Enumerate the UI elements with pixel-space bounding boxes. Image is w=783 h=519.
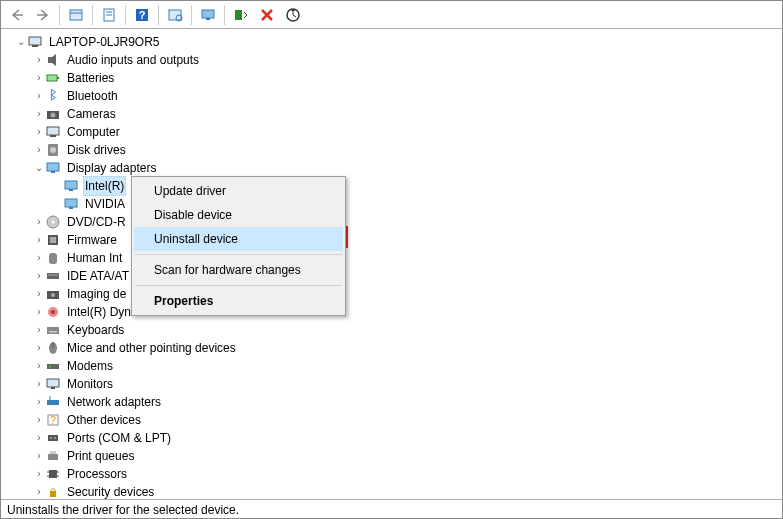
- tree-device-label: Intel(R): [83, 176, 126, 196]
- uninstall-button[interactable]: [255, 4, 279, 26]
- mouse-icon: [45, 340, 61, 356]
- enable-button[interactable]: [229, 4, 253, 26]
- toolbar-separator: [158, 5, 159, 25]
- chevron-right-icon[interactable]: ›: [33, 357, 45, 375]
- tree-category[interactable]: ›Cameras: [33, 105, 782, 123]
- tree-category[interactable]: ›Network adapters: [33, 393, 782, 411]
- properties-button[interactable]: [97, 4, 121, 26]
- tree-category[interactable]: ›Computer: [33, 123, 782, 141]
- toolbar-separator: [92, 5, 93, 25]
- chevron-right-icon[interactable]: ›: [33, 321, 45, 339]
- svg-rect-25: [51, 171, 55, 173]
- chevron-right-icon[interactable]: ›: [33, 303, 45, 321]
- menu-item[interactable]: Properties: [134, 289, 343, 313]
- chevron-right-icon[interactable]: ›: [33, 51, 45, 69]
- tree-category-label: IDE ATA/AT: [65, 267, 131, 285]
- svg-rect-33: [50, 237, 56, 243]
- chevron-right-icon[interactable]: ›: [33, 375, 45, 393]
- modem-icon: [45, 358, 61, 374]
- svg-rect-14: [32, 45, 38, 47]
- svg-rect-0: [70, 10, 82, 20]
- hid-icon: [45, 250, 61, 266]
- tree-category[interactable]: ›Monitors: [33, 375, 782, 393]
- tree-category[interactable]: ⌄Display adapters: [33, 159, 782, 177]
- menu-item[interactable]: Scan for hardware changes: [134, 258, 343, 282]
- monitor-icon: [200, 7, 216, 23]
- tree-category-label: Mice and other pointing devices: [65, 339, 238, 357]
- toolbar-separator: [125, 5, 126, 25]
- status-text: Uninstalls the driver for the selected d…: [7, 503, 239, 517]
- tree-category[interactable]: ›Security devices: [33, 483, 782, 499]
- tree-root[interactable]: ⌄ LAPTOP-0LJR9OR5: [15, 33, 782, 51]
- svg-rect-34: [49, 253, 57, 264]
- back-button[interactable]: [5, 4, 29, 26]
- svg-rect-48: [51, 387, 55, 389]
- display-icon: [63, 196, 79, 212]
- tree-category[interactable]: ›Modems: [33, 357, 782, 375]
- chevron-right-icon[interactable]: ›: [33, 285, 45, 303]
- chevron-right-icon[interactable]: ›: [33, 213, 45, 231]
- chevron-right-icon[interactable]: ›: [33, 105, 45, 123]
- svg-rect-42: [49, 331, 57, 333]
- network-icon: [45, 394, 61, 410]
- chevron-right-icon[interactable]: ›: [33, 393, 45, 411]
- tree-category[interactable]: ›Keyboards: [33, 321, 782, 339]
- tree-category-label: Ports (COM & LPT): [65, 429, 173, 447]
- menu-item[interactable]: Uninstall device: [134, 227, 343, 251]
- svg-rect-24: [47, 163, 59, 171]
- tree-category[interactable]: ›Mice and other pointing devices: [33, 339, 782, 357]
- chevron-down-icon[interactable]: ⌄: [15, 33, 27, 51]
- chevron-right-icon[interactable]: ›: [33, 447, 45, 465]
- menu-item[interactable]: Update driver: [134, 179, 343, 203]
- disk-icon: [45, 142, 61, 158]
- chevron-right-icon[interactable]: ›: [33, 87, 45, 105]
- chevron-right-icon[interactable]: ›: [33, 123, 45, 141]
- help-button[interactable]: ?: [130, 4, 154, 26]
- tree-category[interactable]: ›Bluetooth: [33, 87, 782, 105]
- toolbar: ?: [1, 1, 782, 29]
- update-driver-button[interactable]: [281, 4, 305, 26]
- chevron-down-icon[interactable]: ⌄: [33, 159, 45, 177]
- view-button[interactable]: [64, 4, 88, 26]
- tree-category[interactable]: ›Print queues: [33, 447, 782, 465]
- scan-button[interactable]: [163, 4, 187, 26]
- display-icon: [45, 160, 61, 176]
- tree-category[interactable]: ›Processors: [33, 465, 782, 483]
- tree-category[interactable]: ›Disk drives: [33, 141, 782, 159]
- window-icon: [68, 7, 84, 23]
- chevron-right-icon[interactable]: ›: [33, 465, 45, 483]
- enable-icon: [233, 7, 249, 23]
- chevron-right-icon[interactable]: ›: [33, 249, 45, 267]
- tree-category-label: Audio inputs and outputs: [65, 51, 201, 69]
- chevron-right-icon[interactable]: ›: [33, 267, 45, 285]
- toolbar-separator: [224, 5, 225, 25]
- chevron-right-icon[interactable]: ›: [33, 429, 45, 447]
- other-icon: ?: [45, 412, 61, 428]
- tree-category[interactable]: ›Batteries: [33, 69, 782, 87]
- tree-category-label: Batteries: [65, 69, 116, 87]
- menu-separator: [135, 285, 342, 286]
- svg-rect-21: [50, 135, 56, 137]
- help-icon: ?: [134, 7, 150, 23]
- cpu-icon: [45, 466, 61, 482]
- main-panel: ⌄ LAPTOP-0LJR9OR5 ›Audio inputs and outp…: [1, 29, 782, 499]
- computer-icon: [27, 34, 43, 50]
- chevron-right-icon[interactable]: ›: [33, 339, 45, 357]
- tree-category[interactable]: ›Ports (COM & LPT): [33, 429, 782, 447]
- monitor-icon: [45, 376, 61, 392]
- tree-category[interactable]: ›Audio inputs and outputs: [33, 51, 782, 69]
- tree-category-label: Bluetooth: [65, 87, 120, 105]
- chevron-right-icon[interactable]: ›: [33, 483, 45, 499]
- forward-button[interactable]: [31, 4, 55, 26]
- tree-category[interactable]: ›?Other devices: [33, 411, 782, 429]
- chevron-right-icon[interactable]: ›: [33, 411, 45, 429]
- chevron-right-icon[interactable]: ›: [33, 231, 45, 249]
- tree-scroller[interactable]: ⌄ LAPTOP-0LJR9OR5 ›Audio inputs and outp…: [5, 33, 782, 499]
- chevron-right-icon[interactable]: ›: [33, 141, 45, 159]
- svg-text:?: ?: [139, 9, 146, 21]
- chevron-right-icon[interactable]: ›: [33, 69, 45, 87]
- svg-text:?: ?: [50, 415, 56, 426]
- tree-category-label: Keyboards: [65, 321, 126, 339]
- menu-item[interactable]: Disable device: [134, 203, 343, 227]
- show-hidden-button[interactable]: [196, 4, 220, 26]
